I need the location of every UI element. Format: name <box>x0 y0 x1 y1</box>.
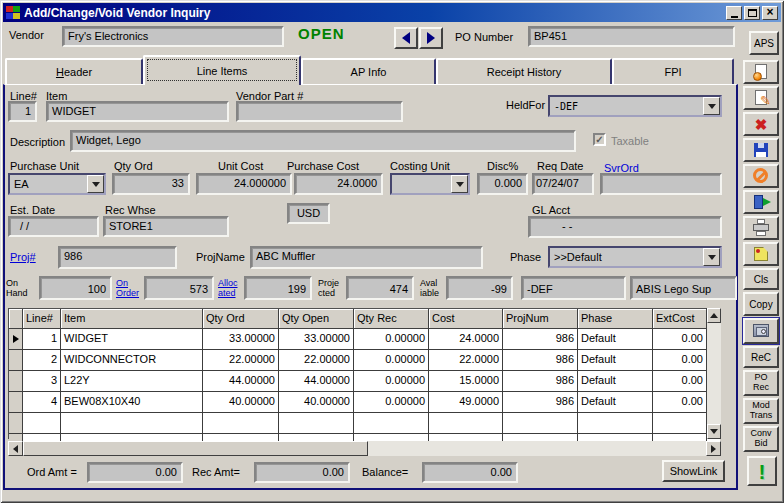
col-header-qty-ord[interactable]: Qty Ord <box>203 309 279 329</box>
col-header-qty-open[interactable]: Qty Open <box>279 309 354 329</box>
cls-button[interactable]: Cls <box>743 268 779 290</box>
row-selector[interactable] <box>9 371 23 392</box>
maximize-icon <box>748 9 757 17</box>
current-row-icon <box>13 335 19 343</box>
tab-line-items[interactable]: Line Items <box>143 55 301 85</box>
projname-field[interactable]: ABC Muffler <box>250 246 483 269</box>
heldfor-dropdown[interactable]: -DEF <box>548 95 722 117</box>
description-label: Description <box>10 136 65 148</box>
row-selector[interactable] <box>9 392 23 413</box>
col-header-extcost[interactable]: ExtCost <box>653 309 707 329</box>
print-button[interactable] <box>743 216 779 240</box>
scroll-down-button[interactable] <box>707 424 721 439</box>
line-number-field[interactable]: 1 <box>8 101 37 122</box>
conv-bid-button[interactable]: ConvBid <box>743 426 779 452</box>
proj-number-link[interactable]: Proj# <box>10 251 36 263</box>
phase-dropdown[interactable]: >>Default <box>548 246 722 268</box>
purchase-unit-dropdown[interactable]: EA <box>8 173 106 195</box>
edit-button[interactable]: ✎ <box>743 86 779 110</box>
notes-button[interactable] <box>743 242 779 266</box>
allocated-link[interactable]: Allocated <box>218 278 238 299</box>
rec-amt-field: 0.00 <box>254 462 350 483</box>
next-record-button[interactable] <box>419 27 443 49</box>
scroll-up-button[interactable] <box>707 308 721 323</box>
col-header-cost[interactable]: Cost <box>429 309 503 329</box>
table-row[interactable]: 2WIDCONNECTOR 22.0000022.00000 0.0000022… <box>9 350 720 371</box>
item-field[interactable]: WIDGET <box>46 101 229 122</box>
showlink-button[interactable]: ShowLink <box>662 460 725 482</box>
void-button[interactable] <box>743 164 779 188</box>
col-header-item[interactable]: Item <box>61 309 203 329</box>
rec-button[interactable]: ReC <box>743 346 779 368</box>
table-row[interactable]: 1WIDGET 33.0000033.00000 0.0000024.0000 … <box>9 329 720 350</box>
chevron-down-icon <box>92 182 100 187</box>
row-selector[interactable] <box>9 350 23 371</box>
col-header-line[interactable]: Line# <box>23 309 61 329</box>
new-record-button[interactable] <box>743 60 779 84</box>
save-icon <box>752 141 770 159</box>
supplier-field: ABIS Lego Sup <box>630 276 737 300</box>
scrollbar-thumb[interactable] <box>23 441 368 456</box>
disc-field[interactable]: 0.000 <box>477 173 528 195</box>
prev-record-button[interactable] <box>394 27 418 49</box>
gl-acct-label: GL Acct <box>532 204 570 216</box>
line-items-table[interactable]: Line# Item Qty Ord Qty Open Qty Rec Cost… <box>8 308 721 439</box>
aps-button[interactable]: APS <box>749 31 779 55</box>
description-field[interactable]: Widget, Lego <box>70 130 576 152</box>
save-button[interactable] <box>743 138 779 162</box>
col-header-qty-rec[interactable]: Qty Rec <box>354 309 429 329</box>
table-horizontal-scrollbar[interactable] <box>8 441 721 456</box>
tab-receipt-history[interactable]: Receipt History <box>436 58 612 84</box>
held-def-field: -DEF <box>521 276 626 300</box>
vault-button[interactable] <box>743 318 779 344</box>
on-hand-field: 100 <box>39 276 112 300</box>
po-number-label: PO Number <box>455 31 513 43</box>
row-selector[interactable] <box>9 413 23 434</box>
on-order-link[interactable]: OnOrder <box>116 278 139 299</box>
tab-ap-info[interactable]: AP Info <box>301 58 436 84</box>
purchase-unit-dropdown-button[interactable] <box>87 175 104 193</box>
col-header-projnum[interactable]: ProjNum <box>503 309 578 329</box>
col-header-phase[interactable]: Phase <box>578 309 653 329</box>
tab-fpi[interactable]: FPI <box>612 58 734 84</box>
edit-icon: ✎ <box>752 89 770 107</box>
table-row[interactable]: 3L22Y 44.0000044.00000 0.0000015.0000 98… <box>9 371 720 392</box>
costing-unit-dropdown[interactable] <box>390 173 470 195</box>
req-date-field[interactable]: 07/24/07 <box>532 173 594 195</box>
phase-dropdown-button[interactable] <box>703 248 720 266</box>
mod-trans-button[interactable]: ModTrans <box>743 398 779 424</box>
svrord-field[interactable] <box>600 173 722 195</box>
copy-button[interactable]: Copy <box>743 292 779 316</box>
gl-acct-field[interactable]: - - <box>528 216 722 238</box>
phase-value: >>Default <box>550 250 703 264</box>
unit-cost-field[interactable]: 24.000000 <box>196 173 292 195</box>
taxable-label: Taxable <box>611 135 649 147</box>
vendor-field[interactable]: Fry's Electronics <box>62 26 284 47</box>
scroll-left-button[interactable] <box>8 441 23 456</box>
table-vertical-scrollbar[interactable] <box>706 308 721 439</box>
costing-unit-dropdown-button[interactable] <box>451 175 468 193</box>
proj-number-field[interactable]: 986 <box>58 246 177 269</box>
est-date-field[interactable]: / / <box>8 216 99 237</box>
close-button[interactable]: × <box>762 6 778 20</box>
alert-button[interactable]: ! <box>747 456 777 486</box>
vendor-part-field[interactable] <box>236 101 403 122</box>
po-number-field[interactable]: BP451 <box>528 26 735 47</box>
po-rec-button[interactable]: PORec <box>743 370 779 396</box>
taxable-checkbox[interactable]: ✓ <box>593 133 606 146</box>
row-selector[interactable] <box>9 329 23 350</box>
scroll-right-button[interactable] <box>706 441 721 456</box>
title-bar[interactable]: Add/Change/Void Vendor Inquiry × <box>3 3 781 22</box>
rec-whse-field[interactable]: STORE1 <box>103 216 229 237</box>
delete-button[interactable]: ✖ <box>743 112 779 136</box>
minimize-button[interactable] <box>726 6 742 20</box>
table-row[interactable]: 4BEW08X10X40 40.0000040.00000 0.0000049.… <box>9 392 720 413</box>
new-record-icon <box>752 63 770 81</box>
purchase-cost-field[interactable]: 24.0000 <box>294 173 383 195</box>
tab-header[interactable]: Header <box>5 58 143 84</box>
table-row-empty[interactable] <box>9 413 720 434</box>
maximize-button[interactable] <box>744 6 760 20</box>
heldfor-dropdown-button[interactable] <box>703 97 720 115</box>
exit-button[interactable] <box>743 190 779 214</box>
qty-ord-field[interactable]: 33 <box>112 173 190 195</box>
